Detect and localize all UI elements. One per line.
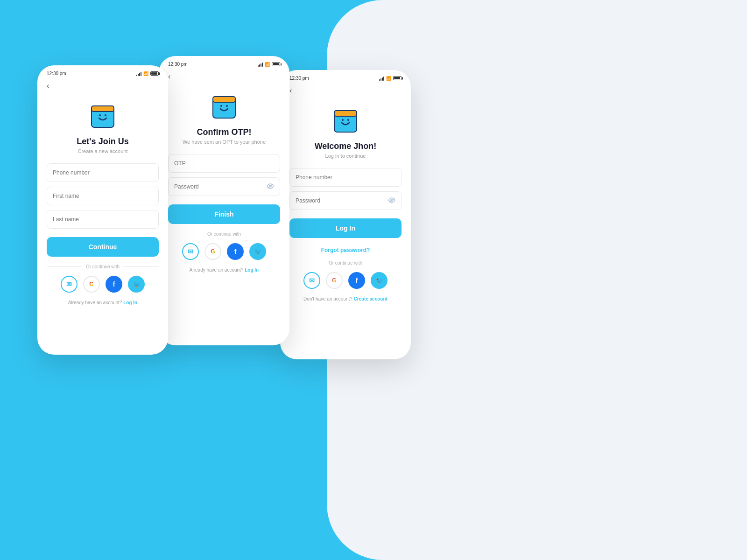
- email-icon-1: ✉: [66, 280, 72, 288]
- facebook-icon-2: f: [234, 248, 237, 255]
- facebook-social-button-1[interactable]: f: [106, 276, 122, 293]
- footer-2: Already have an account? Log In: [168, 267, 280, 273]
- password-input-3[interactable]: [289, 191, 402, 210]
- login-button[interactable]: Log In: [289, 218, 402, 238]
- svg-point-6: [220, 105, 222, 107]
- back-button-1[interactable]: ‹: [47, 80, 159, 94]
- email-icon-3: ✉: [309, 277, 315, 284]
- signal-icon-3: [379, 76, 384, 81]
- twitter-icon-2: 🐦: [254, 248, 262, 255]
- google-social-button-2[interactable]: G: [204, 243, 221, 260]
- phone-number-group-3: [289, 168, 402, 187]
- phone-signup: 12:30 pm 📶 ‹: [37, 65, 168, 355]
- app-logo-2: [209, 92, 239, 122]
- email-social-button-3[interactable]: ✉: [303, 272, 320, 289]
- phone-login: 12:30 pm 📶 ‹: [280, 70, 411, 359]
- svg-rect-1: [92, 106, 114, 112]
- svg-point-2: [99, 114, 101, 116]
- app-logo-1: [88, 101, 118, 131]
- battery-icon-3: [393, 76, 402, 80]
- otp-field[interactable]: [174, 160, 274, 167]
- svg-point-3: [105, 114, 106, 116]
- password-field-3[interactable]: [296, 197, 388, 204]
- battery-icon-2: [272, 62, 280, 66]
- wifi-icon-3: 📶: [386, 76, 391, 81]
- signal-icon-2: [258, 62, 263, 67]
- status-bar-3: 12:30 pm 📶: [280, 70, 411, 84]
- finish-button[interactable]: Finish: [168, 204, 280, 224]
- last-name-group: [47, 210, 159, 229]
- footer-3: Don't have an account? Create account: [289, 296, 402, 301]
- signup-subtitle: Create a new account: [47, 148, 159, 154]
- last-name-input[interactable]: [47, 210, 159, 229]
- otp-subtitle: We have sent an OPT to your phone: [168, 139, 280, 145]
- google-social-button-1[interactable]: G: [83, 276, 100, 293]
- divider-text-3: Or continue with: [329, 260, 362, 266]
- continue-button[interactable]: Continue: [47, 237, 159, 257]
- status-icons-1: 📶: [136, 71, 159, 76]
- divider-2: Or continue with: [168, 231, 280, 237]
- svg-rect-11: [334, 111, 357, 116]
- password-input-2[interactable]: [168, 177, 280, 196]
- last-name-field[interactable]: [53, 216, 153, 223]
- wifi-icon-1: 📶: [143, 71, 148, 76]
- phone-number-input-3[interactable]: [289, 168, 402, 187]
- google-social-button-3[interactable]: G: [326, 272, 343, 289]
- app-logo-3: [331, 106, 360, 136]
- email-social-button-1[interactable]: ✉: [61, 276, 78, 293]
- otp-input[interactable]: [168, 154, 280, 173]
- login-link-2[interactable]: Log In: [245, 267, 259, 273]
- time-2: 12:30 pm: [168, 62, 188, 67]
- phone-number-field-3[interactable]: [296, 174, 395, 181]
- app-icon-wrap-2: [168, 92, 280, 122]
- eye-icon-2[interactable]: [267, 183, 274, 190]
- time-3: 12:30 pm: [289, 76, 309, 81]
- login-subtitle: Log in to continue: [289, 153, 402, 159]
- forgot-password-wrap: Forgot password?: [289, 245, 402, 254]
- login-title: Welcome Jhon!: [289, 141, 402, 151]
- google-icon-2: G: [211, 248, 215, 255]
- status-icons-2: 📶: [258, 62, 280, 67]
- divider-text-1: Or continue with: [86, 264, 120, 269]
- twitter-social-button-3[interactable]: 🐦: [371, 272, 388, 289]
- social-icons-1: ✉ G f 🐦: [47, 276, 159, 293]
- facebook-icon-1: f: [113, 280, 115, 288]
- login-link-1[interactable]: Log In: [123, 300, 137, 305]
- phone-number-input-1[interactable]: [47, 163, 159, 182]
- password-group-2: [168, 177, 280, 196]
- status-bar-1: 12:30 pm 📶: [37, 65, 168, 80]
- facebook-social-button-2[interactable]: f: [227, 243, 244, 260]
- signup-title: Let's Join Us: [47, 137, 159, 147]
- twitter-icon-3: 🐦: [375, 277, 383, 284]
- first-name-input[interactable]: [47, 187, 159, 205]
- otp-title: Confirm OTP!: [168, 127, 280, 137]
- svg-point-13: [347, 119, 349, 121]
- social-icons-2: ✉ G f 🐦: [168, 243, 280, 260]
- twitter-social-button-1[interactable]: 🐦: [128, 276, 145, 293]
- app-icon-wrap-1: [47, 101, 159, 131]
- facebook-social-button-3[interactable]: f: [348, 272, 365, 289]
- status-bar-2: 12:30 pm 📶: [159, 56, 289, 70]
- social-icons-3: ✉ G f 🐦: [289, 272, 402, 289]
- create-account-link[interactable]: Create account: [354, 296, 388, 301]
- email-social-button-2[interactable]: ✉: [182, 243, 199, 260]
- email-icon-2: ✉: [188, 248, 193, 255]
- signal-icon-1: [136, 71, 141, 76]
- eye-icon-3[interactable]: [388, 197, 395, 204]
- back-button-2[interactable]: ‹: [168, 70, 280, 84]
- phone-number-field-1[interactable]: [53, 169, 153, 176]
- phone-number-group-1: [47, 163, 159, 182]
- forgot-password-link[interactable]: Forgot password?: [321, 247, 370, 253]
- otp-group: [168, 154, 280, 173]
- twitter-social-button-2[interactable]: 🐦: [249, 243, 266, 260]
- svg-rect-5: [213, 97, 235, 102]
- svg-point-12: [342, 119, 344, 121]
- divider-text-2: Or continue with: [207, 231, 241, 237]
- divider-3: Or continue with: [289, 260, 402, 266]
- password-group-3: [289, 191, 402, 210]
- password-field-2[interactable]: [174, 183, 267, 190]
- first-name-field[interactable]: [53, 193, 153, 199]
- back-button-3[interactable]: ‹: [289, 84, 402, 98]
- status-icons-3: 📶: [379, 76, 402, 81]
- svg-point-7: [226, 105, 228, 107]
